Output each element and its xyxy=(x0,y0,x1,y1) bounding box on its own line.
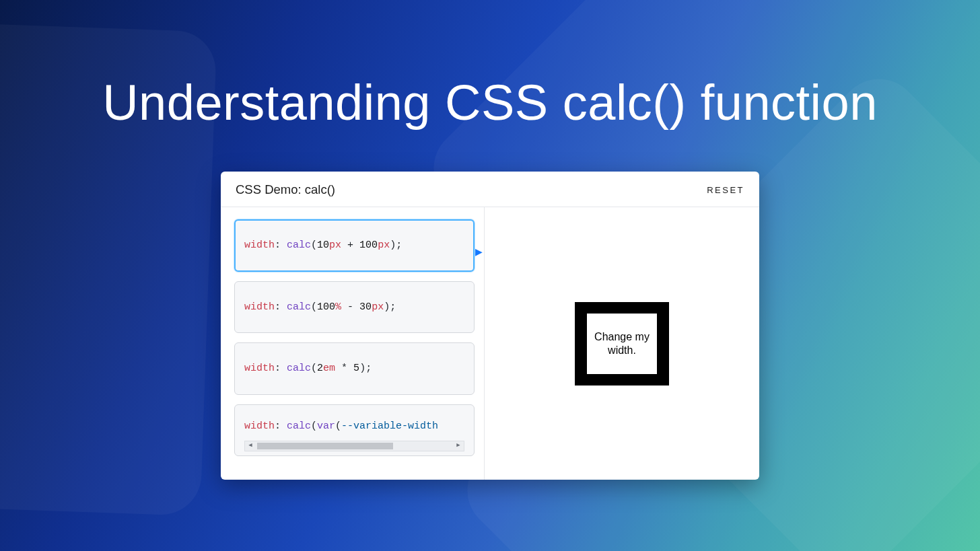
code-token: ); xyxy=(359,363,372,374)
code-token: ( xyxy=(311,240,317,251)
code-token: ); xyxy=(384,301,396,313)
code-token: calc xyxy=(287,240,311,251)
code-token: 100 xyxy=(359,240,378,251)
card-header: CSS Demo: calc() RESET xyxy=(221,172,759,207)
code-token: ( xyxy=(311,420,317,432)
code-token: width xyxy=(244,363,275,374)
selected-indicator-icon: ▶ xyxy=(475,246,483,257)
scrollbar-thumb[interactable] xyxy=(257,443,393,449)
card-title: CSS Demo: calc() xyxy=(236,182,335,197)
choice-option-1[interactable]: width: calc(10px + 100px); xyxy=(234,219,475,272)
code-token: calc xyxy=(287,301,311,313)
code-token: - xyxy=(341,301,359,313)
code-token: 2 xyxy=(317,363,323,374)
code-token: 30 xyxy=(359,301,372,313)
code-token: --variable-width xyxy=(341,420,438,432)
choice-option-3[interactable]: width: calc(2em * 5); xyxy=(234,342,475,395)
choice-option-4[interactable]: width: calc(var(--variable-width ◀ ▶ xyxy=(234,404,475,457)
code-token: width xyxy=(244,420,275,432)
code-token: calc xyxy=(287,420,311,432)
code-token: : xyxy=(275,301,287,313)
code-token: * xyxy=(335,363,353,374)
code-token: ); xyxy=(390,240,402,251)
reset-button[interactable]: RESET xyxy=(707,185,744,195)
code-token: px xyxy=(329,240,341,251)
code-token: em xyxy=(323,363,335,374)
code-token: + xyxy=(341,240,359,251)
card-body: ▶ width: calc(10px + 100px); width: calc… xyxy=(221,207,759,480)
demo-card: CSS Demo: calc() RESET ▶ width: calc(10p… xyxy=(221,172,759,480)
page-title: Understanding CSS calc() function xyxy=(0,0,980,131)
scroll-right-icon[interactable]: ▶ xyxy=(453,441,464,451)
preview-column: Change my width. xyxy=(485,207,759,480)
code-token: ( xyxy=(311,363,317,374)
code-token: ( xyxy=(311,301,317,313)
choices-column: ▶ width: calc(10px + 100px); width: calc… xyxy=(221,207,485,480)
code-token: px xyxy=(372,301,384,313)
code-token: 100 xyxy=(317,301,335,313)
code-token: width xyxy=(244,301,275,313)
code-token: px xyxy=(378,240,390,251)
code-token: : xyxy=(275,363,287,374)
horizontal-scrollbar[interactable]: ◀ ▶ xyxy=(244,441,464,451)
scroll-left-icon[interactable]: ◀ xyxy=(245,441,256,451)
code-token: % xyxy=(335,301,341,313)
code-token: width xyxy=(244,240,275,251)
preview-text: Change my width. xyxy=(587,314,657,374)
choice-option-2[interactable]: width: calc(100% - 30px); xyxy=(234,281,475,334)
code-token: : xyxy=(275,240,287,251)
code-token: : xyxy=(275,420,287,432)
code-token: ( xyxy=(335,420,341,432)
code-token: 10 xyxy=(317,240,329,251)
code-token: 5 xyxy=(353,363,359,374)
code-token: var xyxy=(317,420,335,432)
code-token: calc xyxy=(287,363,311,374)
preview-box: Change my width. xyxy=(575,302,669,385)
